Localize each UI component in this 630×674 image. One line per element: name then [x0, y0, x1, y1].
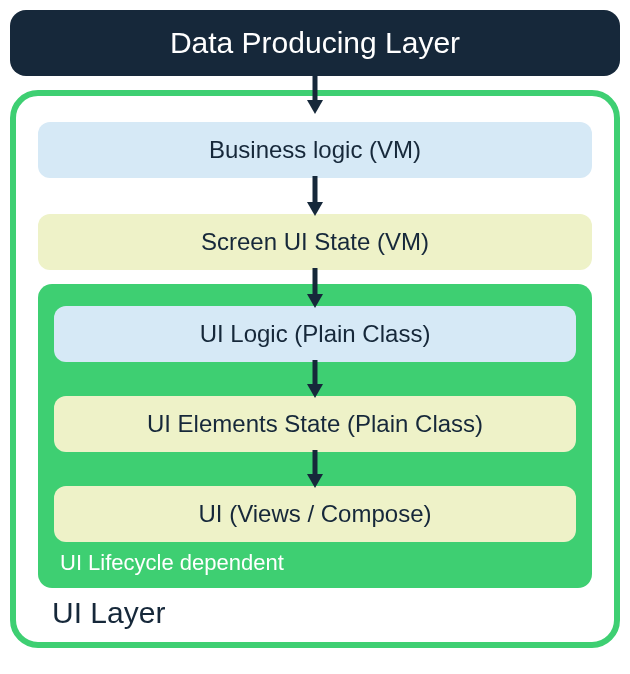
business-logic-box: Business logic (VM)	[38, 122, 592, 178]
ui-logic-label: UI Logic (Plain Class)	[200, 320, 431, 347]
ui-layer-label: UI Layer	[38, 588, 592, 632]
arrow-icon	[305, 268, 325, 308]
arrow-icon	[305, 360, 325, 398]
business-logic-label: Business logic (VM)	[209, 136, 421, 163]
ui-elements-state-box: UI Elements State (Plain Class)	[54, 396, 576, 452]
data-producing-layer-title: Data Producing Layer	[170, 26, 460, 59]
svg-marker-5	[307, 294, 323, 308]
data-producing-layer-box: Data Producing Layer	[10, 10, 620, 76]
arrow-icon	[305, 72, 325, 114]
ui-views-box: UI (Views / Compose)	[54, 486, 576, 542]
ui-elements-state-label: UI Elements State (Plain Class)	[147, 410, 483, 437]
ui-views-label: UI (Views / Compose)	[199, 500, 432, 527]
ui-lifecycle-group: UI Logic (Plain Class) UI Elements State…	[38, 284, 592, 588]
ui-logic-box: UI Logic (Plain Class)	[54, 306, 576, 362]
svg-marker-9	[307, 474, 323, 488]
svg-marker-3	[307, 202, 323, 216]
ui-lifecycle-label: UI Lifecycle dependent	[54, 542, 576, 580]
arrow-icon	[305, 450, 325, 488]
arrow-icon	[305, 176, 325, 216]
ui-layer-container: Business logic (VM) Screen UI State (VM)…	[10, 90, 620, 648]
screen-ui-state-label: Screen UI State (VM)	[201, 228, 429, 255]
svg-marker-1	[307, 100, 323, 114]
svg-marker-7	[307, 384, 323, 398]
screen-ui-state-box: Screen UI State (VM)	[38, 214, 592, 270]
